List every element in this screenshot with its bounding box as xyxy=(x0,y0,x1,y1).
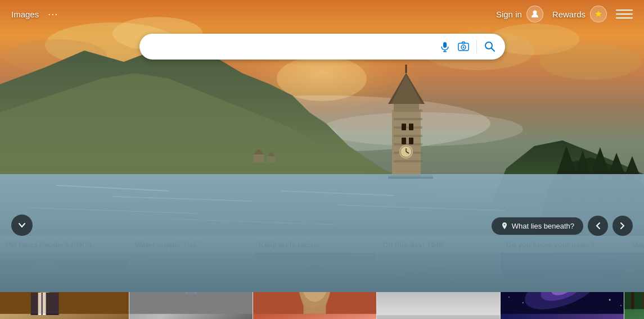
sign-in-button[interactable]: Sign in xyxy=(496,6,543,22)
nav-more-button[interactable]: ··· xyxy=(48,8,58,20)
menu-line-3 xyxy=(616,17,633,19)
svg-point-64 xyxy=(462,47,464,48)
svg-point-58 xyxy=(533,11,537,15)
svg-rect-54 xyxy=(253,154,264,163)
search-divider xyxy=(476,40,477,53)
nav-images-link[interactable]: Images xyxy=(11,10,39,19)
top-navigation: Images ··· Sign in Rewards xyxy=(0,0,644,28)
location-label: What lies beneath? xyxy=(512,222,574,230)
svg-rect-41 xyxy=(394,160,422,162)
rewards-icon xyxy=(590,6,607,22)
svg-point-11 xyxy=(321,112,523,146)
search-submit-button[interactable] xyxy=(484,40,496,53)
svg-rect-44 xyxy=(402,138,406,144)
svg-rect-43 xyxy=(409,124,413,130)
rewards-label: Rewards xyxy=(552,10,586,19)
svg-rect-35 xyxy=(394,110,422,112)
svg-rect-39 xyxy=(394,143,422,145)
location-bar: What lies beneath? xyxy=(492,216,633,236)
location-button[interactable]: What lies beneath? xyxy=(492,217,583,235)
svg-rect-38 xyxy=(394,135,422,137)
nav-right: Sign in Rewards xyxy=(496,6,633,22)
svg-rect-42 xyxy=(402,124,406,130)
search-box[interactable] xyxy=(139,34,505,60)
menu-line-1 xyxy=(616,10,633,11)
next-arrow-button[interactable] xyxy=(613,216,633,236)
svg-line-66 xyxy=(491,48,494,52)
svg-rect-37 xyxy=(394,126,422,129)
hamburger-menu-button[interactable] xyxy=(616,6,633,22)
svg-rect-56 xyxy=(267,156,276,163)
search-icon-group xyxy=(439,40,496,53)
signin-label: Sign in xyxy=(496,10,522,19)
svg-rect-59 xyxy=(443,42,447,48)
svg-rect-36 xyxy=(394,118,422,120)
nav-left: Images ··· xyxy=(11,8,58,20)
svg-rect-53 xyxy=(388,174,433,179)
user-icon xyxy=(526,6,543,22)
prev-arrow-button[interactable] xyxy=(588,216,608,236)
search-area xyxy=(0,34,644,60)
svg-point-67 xyxy=(503,224,505,226)
mic-button[interactable] xyxy=(439,41,451,52)
svg-rect-45 xyxy=(409,138,413,144)
search-input[interactable] xyxy=(148,42,439,52)
scroll-down-button[interactable] xyxy=(11,215,33,236)
rewards-button[interactable]: Rewards xyxy=(552,6,607,22)
menu-line-2 xyxy=(616,13,633,15)
camera-button[interactable] xyxy=(457,40,470,53)
